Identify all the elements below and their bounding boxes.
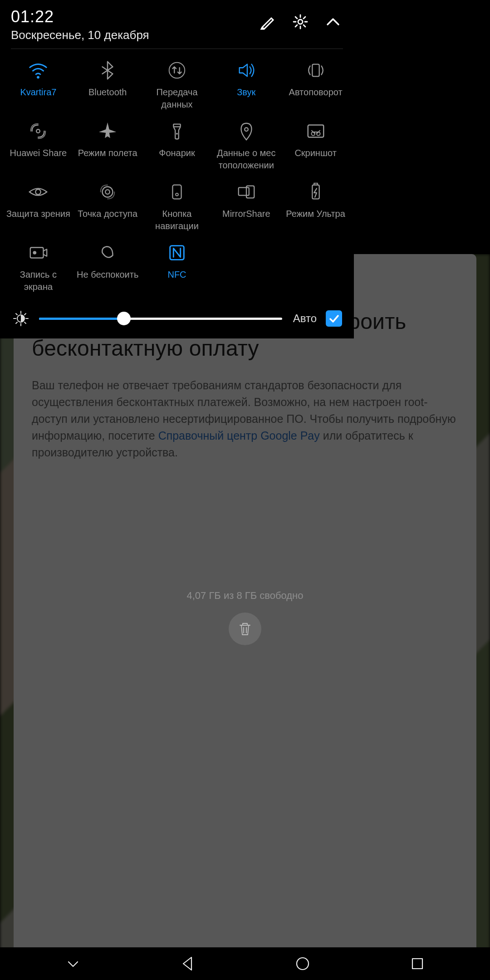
tile-label: Запись с экрана — [5, 269, 72, 293]
airplane-icon — [97, 121, 118, 142]
tile-label: Kvartira7 — [20, 86, 56, 108]
location-icon — [236, 121, 257, 142]
brightness-row: Авто — [0, 304, 354, 338]
tile-sound[interactable]: Звук — [211, 56, 281, 117]
tile-wifi[interactable]: Kvartira7 — [4, 56, 73, 117]
brightness-icon — [12, 309, 30, 328]
tile-label: Режим Ультра — [286, 208, 345, 230]
sound-icon — [236, 60, 257, 81]
tile-navbtn[interactable]: Кнопка навигации — [142, 178, 212, 239]
tile-label: Huawei Share — [10, 147, 67, 169]
hotspot-icon — [97, 181, 118, 202]
tile-nfc[interactable]: NFC — [142, 239, 212, 299]
quick-settings-panel: 01:22 Воскресенье, 10 декабря Kvartira7B… — [0, 0, 354, 338]
tile-label: MirrorShare — [222, 208, 270, 230]
svg-point-22 — [298, 20, 303, 24]
torch-icon — [167, 121, 187, 142]
tile-label: Скриншот — [294, 147, 336, 169]
nfc-icon — [167, 242, 187, 263]
brightness-slider[interactable] — [39, 313, 282, 324]
edit-icon[interactable] — [260, 14, 276, 30]
wifi-icon — [28, 60, 49, 81]
tile-hotspot[interactable]: Точка доступа — [73, 178, 142, 239]
data-icon — [167, 60, 187, 81]
tile-screenshot[interactable]: Скриншот — [281, 117, 350, 178]
bluetooth-icon — [97, 60, 118, 81]
status-time: 01:22 — [11, 7, 260, 26]
tile-share[interactable]: Huawei Share — [4, 117, 73, 178]
tile-label: Кнопка навигации — [143, 208, 211, 232]
record-icon — [28, 242, 49, 263]
tile-airplane[interactable]: Режим полета — [73, 117, 142, 178]
share-icon — [28, 121, 49, 142]
tile-data[interactable]: Передача данных — [142, 56, 212, 117]
tile-label: Автоповорот — [289, 86, 343, 108]
clear-button[interactable] — [229, 612, 261, 645]
dnd-icon — [97, 242, 118, 263]
tile-eyecare[interactable]: Защита зрения — [4, 178, 73, 239]
tile-label: Защита зрения — [6, 208, 70, 230]
panel-header: 01:22 Воскресенье, 10 декабря — [0, 0, 354, 49]
tile-label: Звук — [237, 86, 255, 108]
storage-status: 4,07 ГБ из 8 ГБ свободно — [0, 590, 354, 602]
tile-rotate[interactable]: Автоповорот — [281, 56, 350, 117]
auto-brightness-checkbox[interactable] — [326, 310, 342, 327]
rotate-icon — [305, 60, 326, 81]
tile-label: Bluetooth — [88, 86, 127, 108]
tile-label: Не беспокоить — [77, 269, 138, 290]
status-date: Воскресенье, 10 декабря — [11, 28, 260, 42]
tile-record[interactable]: Запись с экрана — [4, 239, 73, 299]
mirror-icon — [236, 181, 257, 202]
tile-bluetooth[interactable]: Bluetooth — [73, 56, 142, 117]
collapse-icon[interactable] — [325, 14, 341, 30]
tile-label: Передача данных — [143, 86, 211, 111]
auto-brightness-label: Авто — [293, 312, 317, 325]
tile-ultra[interactable]: Режим Ультра — [281, 178, 350, 239]
tile-label: Фонарик — [159, 147, 195, 169]
tile-label: NFC — [167, 269, 186, 290]
eyecare-icon — [28, 181, 49, 202]
ultra-icon — [305, 181, 326, 202]
tile-label: Данные о мес тоположении — [212, 147, 280, 172]
tile-label: Точка доступа — [78, 208, 137, 230]
tile-dnd[interactable]: Не беспокоить — [73, 239, 142, 299]
quick-tiles-grid: Kvartira7BluetoothПередача данныхЗвукАвт… — [0, 49, 354, 304]
tile-mirror[interactable]: MirrorShare — [211, 178, 281, 239]
tile-label: Режим полета — [78, 147, 137, 169]
tile-torch[interactable]: Фонарик — [142, 117, 212, 178]
tile-location[interactable]: Данные о мес тоположении — [211, 117, 281, 178]
navbtn-icon — [167, 181, 187, 202]
screenshot-icon — [305, 121, 326, 142]
gear-icon[interactable] — [292, 14, 309, 30]
